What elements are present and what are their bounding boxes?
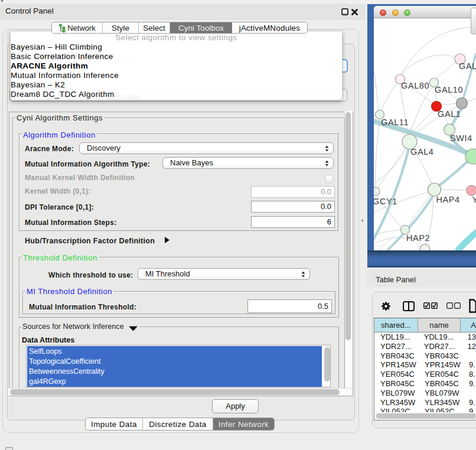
svg-text:SWI4: SWI4 xyxy=(450,133,472,143)
svg-text:GAL10: GAL10 xyxy=(435,85,463,94)
svg-text:GAL80: GAL80 xyxy=(401,81,429,90)
svg-text:HAP4: HAP4 xyxy=(436,195,460,204)
svg-text:GAL11: GAL11 xyxy=(381,118,409,127)
svg-text:Y: Y xyxy=(472,195,476,204)
svg-text:GAL4: GAL4 xyxy=(410,147,433,156)
svg-text:GAL7: GAL7 xyxy=(459,61,476,71)
svg-text:GAL1: GAL1 xyxy=(438,109,461,119)
svg-text:HAP2: HAP2 xyxy=(406,233,430,243)
svg-text:GCY1: GCY1 xyxy=(374,197,397,206)
